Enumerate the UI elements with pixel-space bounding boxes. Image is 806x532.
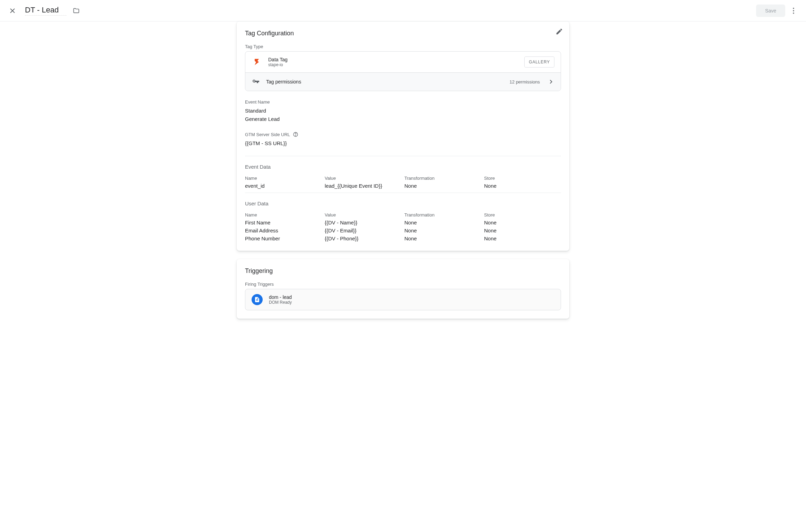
cell-transformation: None bbox=[404, 236, 481, 241]
cell-name: Email Address bbox=[245, 228, 322, 233]
table-header: Name Value Transformation Store bbox=[245, 175, 561, 182]
divider bbox=[245, 193, 561, 193]
tag-type-name: Data Tag bbox=[268, 57, 518, 62]
table-row: Email Address {{DV - Email}} None None bbox=[245, 227, 561, 234]
trigger-type: DOM Ready bbox=[269, 300, 292, 305]
tag-permissions-label: Tag permissions bbox=[266, 79, 503, 85]
stape-icon bbox=[252, 57, 262, 67]
tag-configuration-title: Tag Configuration bbox=[245, 30, 561, 37]
cell-transformation: None bbox=[404, 183, 481, 189]
table-row: event_id lead_{{Unique Event ID}} None N… bbox=[245, 182, 561, 190]
tag-title-input[interactable]: DT - Lead bbox=[25, 6, 67, 16]
ss-url-value: {{GTM - SS URL}} bbox=[245, 139, 561, 148]
trigger-item[interactable]: dom - lead DOM Ready bbox=[245, 289, 561, 310]
close-icon[interactable] bbox=[8, 7, 17, 15]
table-row: Phone Number {{DV - Phone}} None None bbox=[245, 234, 561, 242]
tag-configuration-card: Tag Configuration Tag Type Data Tag stap… bbox=[237, 21, 569, 251]
tag-type-box: Data Tag stape-io GALLERY Tag permission… bbox=[245, 51, 561, 91]
tag-permissions-row[interactable]: Tag permissions 12 permissions bbox=[245, 72, 561, 91]
user-data-table: Name Value Transformation Store First Na… bbox=[245, 211, 561, 242]
tag-type-label: Tag Type bbox=[245, 44, 561, 49]
col-name: Name bbox=[245, 212, 322, 218]
event-data-table: Name Value Transformation Store event_id… bbox=[245, 175, 561, 190]
tag-permissions-count: 12 permissions bbox=[510, 79, 540, 85]
help-icon[interactable] bbox=[293, 132, 298, 137]
cell-name: First Name bbox=[245, 220, 322, 225]
divider bbox=[245, 156, 561, 156]
svg-point-4 bbox=[296, 135, 296, 136]
tag-type-row[interactable]: Data Tag stape-io GALLERY bbox=[245, 52, 561, 72]
ss-url-label: GTM Server Side URL bbox=[245, 132, 290, 137]
key-icon bbox=[252, 78, 260, 86]
save-button[interactable]: Save bbox=[756, 5, 785, 17]
edit-icon[interactable] bbox=[555, 28, 563, 35]
cell-name: event_id bbox=[245, 183, 322, 189]
svg-point-2 bbox=[793, 12, 794, 14]
col-value: Value bbox=[325, 176, 402, 181]
trigger-name: dom - lead bbox=[269, 294, 292, 300]
svg-point-0 bbox=[793, 8, 794, 9]
cell-store: None bbox=[484, 236, 561, 241]
cell-value: {{DV - Phone}} bbox=[325, 236, 402, 241]
svg-point-1 bbox=[793, 10, 794, 11]
col-transformation: Transformation bbox=[404, 212, 481, 218]
folder-icon[interactable] bbox=[73, 7, 80, 14]
cell-name: Phone Number bbox=[245, 236, 322, 241]
cell-store: None bbox=[484, 183, 561, 189]
table-header: Name Value Transformation Store bbox=[245, 211, 561, 219]
event-name-value-1: Standard bbox=[245, 107, 561, 115]
col-store: Store bbox=[484, 212, 561, 218]
col-transformation: Transformation bbox=[404, 176, 481, 181]
event-data-title: Event Data bbox=[245, 164, 561, 170]
cell-value: {{DV - Email}} bbox=[325, 228, 402, 233]
cell-transformation: None bbox=[404, 220, 481, 225]
table-row: First Name {{DV - Name}} None None bbox=[245, 219, 561, 227]
more-icon[interactable] bbox=[789, 7, 798, 15]
triggering-title: Triggering bbox=[245, 267, 561, 275]
firing-triggers-label: Firing Triggers bbox=[245, 282, 561, 287]
triggering-card: Triggering Firing Triggers dom - lead DO… bbox=[237, 259, 569, 319]
col-value: Value bbox=[325, 212, 402, 218]
col-store: Store bbox=[484, 176, 561, 181]
event-name-value-2: Generate Lead bbox=[245, 115, 561, 123]
tag-type-vendor: stape-io bbox=[268, 62, 518, 67]
dom-ready-icon bbox=[252, 294, 263, 305]
event-name-label: Event Name bbox=[245, 99, 561, 105]
cell-transformation: None bbox=[404, 228, 481, 233]
cell-store: None bbox=[484, 220, 561, 225]
top-bar: DT - Lead Save bbox=[0, 0, 806, 21]
cell-store: None bbox=[484, 228, 561, 233]
chevron-right-icon bbox=[547, 78, 554, 85]
cell-value: lead_{{Unique Event ID}} bbox=[325, 183, 402, 189]
gallery-button[interactable]: GALLERY bbox=[524, 56, 554, 68]
cell-value: {{DV - Name}} bbox=[325, 220, 402, 225]
col-name: Name bbox=[245, 176, 322, 181]
user-data-title: User Data bbox=[245, 201, 561, 206]
